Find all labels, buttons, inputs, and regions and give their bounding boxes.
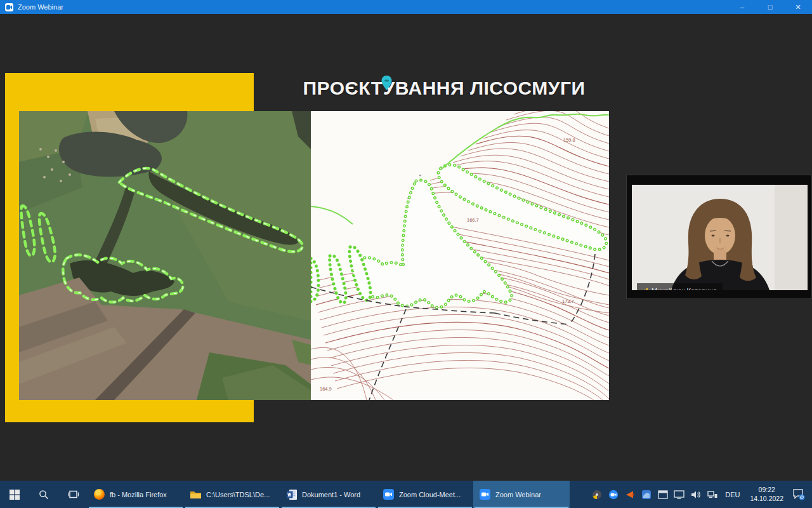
elevation-label: 159.8: [563, 137, 575, 143]
windows-taskbar: fb - Mozilla Firefox C:\Users\TDSL\De...…: [0, 481, 812, 508]
start-button[interactable]: [0, 481, 29, 508]
taskbar-app-zoom-meetings[interactable]: Zoom Cloud-Meet...: [377, 481, 473, 508]
taskbar-clock[interactable]: 09:22 14.10.2022: [747, 486, 786, 503]
window-title: Zoom Webinar: [18, 3, 63, 11]
elevation-label: 166.7: [467, 217, 479, 223]
tray-cone-icon[interactable]: [624, 489, 635, 500]
window-titlebar: Zoom Webinar – □ ✕: [0, 0, 812, 14]
close-button[interactable]: ✕: [784, 0, 812, 14]
contour-map-image: 159.8 166.7 173.7 164.9 +: [311, 111, 609, 400]
tray-antivirus-icon[interactable]: [591, 489, 602, 500]
tray-zoom-icon[interactable]: [608, 489, 619, 500]
tray-blue-app-icon[interactable]: [641, 489, 652, 500]
elevation-label: 173.7: [562, 298, 574, 304]
participant-video-tile[interactable]: Михайлюк Катерина: [626, 175, 812, 299]
tray-network-icon[interactable]: [707, 489, 717, 500]
taskbar-app-zoom-webinar[interactable]: Zoom Webinar: [473, 481, 570, 508]
zoom-webinar-window: Zoom Webinar – □ ✕ ПРОЄКТУВАННЯ ЛІСОСМУГ…: [0, 0, 812, 508]
language-indicator[interactable]: DEU: [723, 491, 742, 498]
taskbar-app-label: Dokument1 - Word: [302, 491, 360, 498]
task-view-icon: [68, 490, 79, 499]
taskbar-app-word[interactable]: Dokument1 - Word: [280, 481, 377, 508]
presenter-pointer-pin-icon: [381, 76, 392, 90]
tray-display-icon[interactable]: [674, 489, 684, 500]
satellite-image: [19, 111, 311, 400]
participant-name: Михайлюк Катерина: [652, 287, 717, 291]
minimize-button[interactable]: –: [728, 0, 756, 14]
audio-level-icon: [641, 287, 648, 291]
elevation-label: 164.9: [320, 386, 332, 392]
taskbar-app-label: C:\Users\TDSL\De...: [206, 491, 270, 498]
taskbar-app-label: Zoom Webinar: [495, 491, 541, 498]
participant-name-tag: Михайлюк Катерина: [637, 283, 723, 290]
taskbar-app-firefox[interactable]: fb - Mozilla Firefox: [88, 481, 184, 508]
restore-button[interactable]: □: [756, 0, 784, 14]
word-icon: [287, 490, 297, 500]
taskbar-app-explorer[interactable]: C:\Users\TDSL\De...: [184, 481, 280, 508]
search-icon: [39, 490, 49, 500]
plus-mark: +: [419, 173, 422, 178]
participant-video: Михайлюк Катерина: [632, 185, 808, 290]
zoom-icon: [480, 489, 490, 500]
folder-icon: [190, 490, 201, 499]
zoom-app-icon: [5, 3, 13, 11]
firefox-icon: [94, 489, 105, 500]
slide-title: ПРОЄКТУВАННЯ ЛІСОСМУГИ: [260, 77, 628, 99]
tray-window-icon[interactable]: [657, 489, 668, 500]
taskbar-app-label: fb - Mozilla Firefox: [110, 491, 167, 498]
taskbar-app-label: Zoom Cloud-Meet...: [399, 491, 461, 498]
participant-webcam-frame: [632, 185, 808, 290]
zoom-icon: [383, 489, 394, 500]
action-center-icon[interactable]: [792, 488, 806, 501]
clock-date: 14.10.2022: [750, 495, 783, 502]
clock-time: 09:22: [759, 486, 775, 493]
windows-logo-icon: [10, 490, 20, 500]
taskbar-search-button[interactable]: [29, 481, 58, 508]
task-view-button[interactable]: [58, 481, 88, 508]
system-tray: DEU 09:22 14.10.2022: [591, 481, 812, 508]
tray-volume-icon[interactable]: [690, 489, 701, 500]
